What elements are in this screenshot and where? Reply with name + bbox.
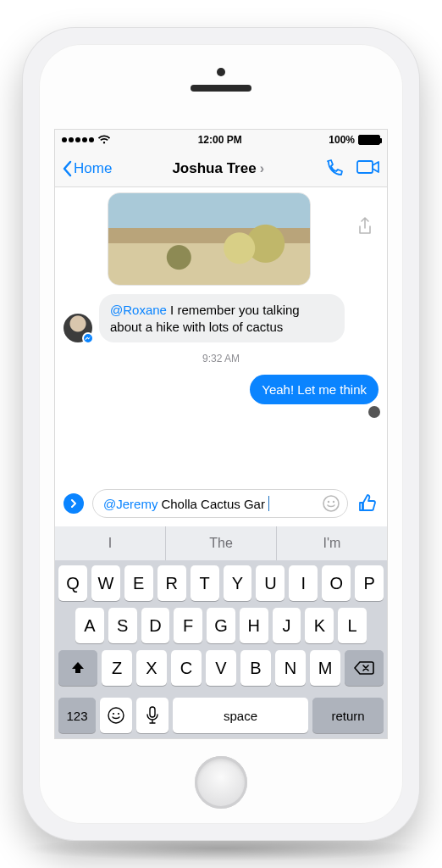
sender-avatar[interactable] bbox=[64, 314, 92, 342]
composer-bar: @Jeremy Cholla Cactus Gar bbox=[55, 482, 387, 526]
signal-strength-icon bbox=[62, 137, 94, 142]
key-b[interactable]: B bbox=[240, 650, 271, 686]
key-y[interactable]: Y bbox=[224, 565, 252, 601]
key-u[interactable]: U bbox=[256, 565, 285, 601]
home-button[interactable] bbox=[195, 756, 247, 809]
suggestion-2[interactable]: The bbox=[165, 526, 276, 560]
chevron-left-icon bbox=[62, 160, 72, 177]
shift-key[interactable] bbox=[58, 650, 97, 686]
key-v[interactable]: V bbox=[206, 650, 236, 686]
suggestion-1[interactable]: I bbox=[55, 526, 165, 560]
conversation-title[interactable]: Joshua Tree › bbox=[112, 160, 324, 177]
dictation-key[interactable] bbox=[136, 698, 169, 733]
text-caret bbox=[268, 496, 269, 511]
shift-icon bbox=[69, 659, 86, 676]
key-z[interactable]: Z bbox=[102, 650, 132, 686]
key-p[interactable]: P bbox=[355, 565, 384, 601]
back-button[interactable]: Home bbox=[62, 160, 112, 177]
location-image bbox=[108, 193, 310, 285]
svg-point-4 bbox=[108, 708, 124, 723]
camera-dot bbox=[217, 68, 225, 76]
emoji-keyboard-key[interactable] bbox=[100, 698, 132, 733]
key-j[interactable]: J bbox=[273, 608, 301, 643]
wifi-icon bbox=[97, 135, 111, 145]
svg-point-6 bbox=[118, 713, 119, 715]
share-icon bbox=[356, 216, 373, 236]
key-n[interactable]: N bbox=[275, 650, 306, 686]
composer-mention[interactable]: @Jeremy bbox=[103, 497, 157, 511]
thumbs-up-icon bbox=[356, 492, 378, 515]
svg-point-3 bbox=[333, 501, 334, 503]
key-k[interactable]: K bbox=[305, 608, 334, 643]
status-bar: 12:00 PM 100% bbox=[55, 130, 387, 150]
screen: 12:00 PM 100% Home Joshua Tree › bbox=[54, 129, 388, 739]
phone-inner: 12:00 PM 100% Home Joshua Tree › bbox=[39, 44, 403, 824]
key-d[interactable]: D bbox=[141, 608, 170, 643]
message-input[interactable]: @Jeremy Cholla Cactus Gar bbox=[92, 489, 348, 518]
key-g[interactable]: G bbox=[207, 608, 235, 643]
key-t[interactable]: T bbox=[191, 565, 219, 601]
video-call-button[interactable] bbox=[356, 159, 380, 179]
backspace-icon bbox=[354, 660, 374, 676]
status-time: 12:00 PM bbox=[198, 134, 242, 146]
key-r[interactable]: R bbox=[157, 565, 186, 601]
battery-percent: 100% bbox=[329, 134, 355, 146]
key-s[interactable]: S bbox=[108, 608, 137, 643]
key-o[interactable]: O bbox=[322, 565, 351, 601]
svg-rect-7 bbox=[150, 707, 155, 717]
location-card[interactable] bbox=[108, 192, 311, 286]
key-f[interactable]: F bbox=[174, 608, 202, 643]
space-key[interactable]: space bbox=[173, 698, 308, 733]
chevron-right-icon bbox=[69, 499, 78, 508]
messenger-badge-icon bbox=[82, 332, 94, 344]
key-h[interactable]: H bbox=[240, 608, 268, 643]
suggestion-3[interactable]: I'm bbox=[276, 526, 387, 560]
keyboard-row-3: Z X C V B N M bbox=[58, 650, 384, 686]
emoji-picker-button[interactable] bbox=[322, 494, 340, 513]
key-w[interactable]: W bbox=[91, 565, 120, 601]
smiley-icon bbox=[322, 494, 340, 513]
svg-point-2 bbox=[328, 501, 329, 503]
nav-bar: Home Joshua Tree › bbox=[55, 150, 387, 187]
keyboard-row-1: Q W E R T Y U I O P bbox=[58, 565, 384, 601]
chevron-right-icon: › bbox=[260, 161, 264, 176]
key-a[interactable]: A bbox=[75, 608, 104, 643]
outgoing-bubble[interactable]: Yeah! Let me think bbox=[250, 375, 378, 404]
video-icon bbox=[356, 159, 380, 175]
like-button[interactable] bbox=[356, 492, 378, 515]
numbers-key[interactable]: 123 bbox=[58, 698, 96, 733]
microphone-icon bbox=[146, 706, 159, 725]
battery-icon bbox=[358, 135, 380, 145]
timestamp: 9:32 AM bbox=[64, 353, 378, 364]
voice-call-button[interactable] bbox=[324, 159, 345, 179]
composer-text: Cholla Cactus Gar bbox=[161, 497, 265, 511]
backspace-key[interactable] bbox=[345, 650, 384, 686]
keyboard-row-2: A S D F G H J K L bbox=[58, 608, 384, 643]
speaker-slot bbox=[191, 85, 251, 92]
share-button[interactable] bbox=[356, 216, 373, 236]
key-x[interactable]: X bbox=[136, 650, 167, 686]
conversation-area[interactable]: @Roxane I remember you talking about a h… bbox=[55, 187, 387, 482]
return-key[interactable]: return bbox=[312, 698, 384, 733]
mention-link[interactable]: @Roxane bbox=[110, 303, 167, 317]
keyboard: I The I'm Q W E R T Y U I O P bbox=[55, 526, 387, 738]
key-m[interactable]: M bbox=[310, 650, 340, 686]
key-l[interactable]: L bbox=[338, 608, 367, 643]
svg-point-5 bbox=[113, 713, 114, 715]
key-c[interactable]: C bbox=[171, 650, 202, 686]
more-actions-button[interactable] bbox=[64, 493, 84, 514]
seen-indicator-avatar bbox=[368, 406, 380, 418]
incoming-bubble[interactable]: @Roxane I remember you talking about a h… bbox=[99, 294, 345, 342]
keyboard-row-4: 123 space return bbox=[55, 698, 387, 738]
smiley-icon bbox=[107, 706, 125, 725]
suggestion-bar: I The I'm bbox=[55, 526, 387, 560]
iphone-frame: 12:00 PM 100% Home Joshua Tree › bbox=[22, 27, 420, 841]
key-i[interactable]: I bbox=[289, 565, 318, 601]
outgoing-message: Yeah! Let me think bbox=[64, 375, 378, 404]
back-label: Home bbox=[74, 160, 112, 177]
key-q[interactable]: Q bbox=[58, 565, 87, 601]
key-e[interactable]: E bbox=[124, 565, 153, 601]
svg-rect-0 bbox=[357, 161, 373, 173]
title-text: Joshua Tree bbox=[172, 160, 256, 177]
phone-icon bbox=[324, 159, 345, 179]
